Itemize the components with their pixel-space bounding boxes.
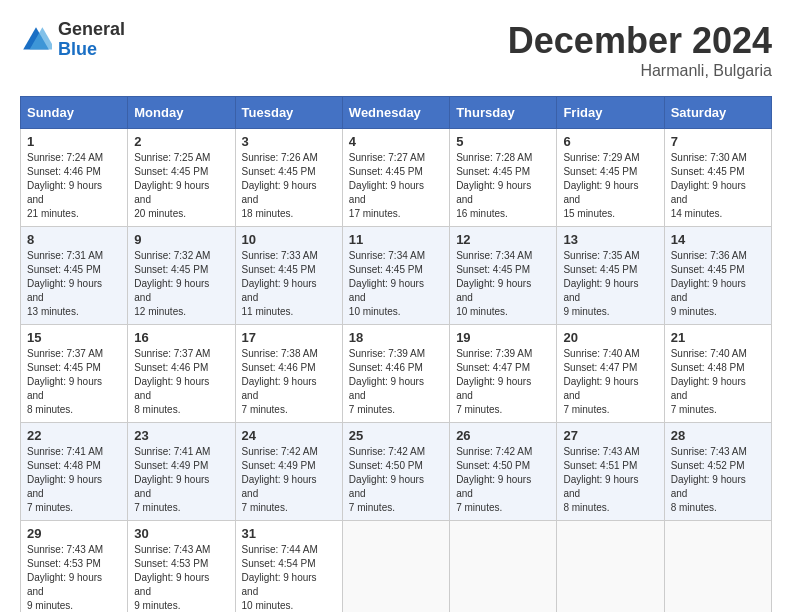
- day-info: Sunrise: 7:27 AMSunset: 4:45 PMDaylight:…: [349, 151, 443, 221]
- day-info: Sunrise: 7:35 AMSunset: 4:45 PMDaylight:…: [563, 249, 657, 319]
- day-number: 19: [456, 330, 550, 345]
- day-info: Sunrise: 7:43 AMSunset: 4:52 PMDaylight:…: [671, 445, 765, 515]
- day-info: Sunrise: 7:43 AMSunset: 4:53 PMDaylight:…: [134, 543, 228, 612]
- day-info: Sunrise: 7:24 AMSunset: 4:46 PMDaylight:…: [27, 151, 121, 221]
- calendar-cell: 16Sunrise: 7:37 AMSunset: 4:46 PMDayligh…: [128, 325, 235, 423]
- calendar-cell: 11Sunrise: 7:34 AMSunset: 4:45 PMDayligh…: [342, 227, 449, 325]
- weekday-header: Wednesday: [342, 97, 449, 129]
- day-info: Sunrise: 7:43 AMSunset: 4:51 PMDaylight:…: [563, 445, 657, 515]
- day-number: 14: [671, 232, 765, 247]
- day-number: 2: [134, 134, 228, 149]
- calendar-cell: 24Sunrise: 7:42 AMSunset: 4:49 PMDayligh…: [235, 423, 342, 521]
- day-number: 10: [242, 232, 336, 247]
- calendar-cell: 23Sunrise: 7:41 AMSunset: 4:49 PMDayligh…: [128, 423, 235, 521]
- logo-general: General: [58, 20, 125, 40]
- day-info: Sunrise: 7:31 AMSunset: 4:45 PMDaylight:…: [27, 249, 121, 319]
- day-info: Sunrise: 7:39 AMSunset: 4:47 PMDaylight:…: [456, 347, 550, 417]
- day-info: Sunrise: 7:42 AMSunset: 4:50 PMDaylight:…: [456, 445, 550, 515]
- day-number: 1: [27, 134, 121, 149]
- day-info: Sunrise: 7:33 AMSunset: 4:45 PMDaylight:…: [242, 249, 336, 319]
- day-number: 24: [242, 428, 336, 443]
- calendar-cell: 14Sunrise: 7:36 AMSunset: 4:45 PMDayligh…: [664, 227, 771, 325]
- logo: General Blue: [20, 20, 125, 60]
- calendar-cell: 30Sunrise: 7:43 AMSunset: 4:53 PMDayligh…: [128, 521, 235, 613]
- calendar-week-row: 15Sunrise: 7:37 AMSunset: 4:45 PMDayligh…: [21, 325, 772, 423]
- logo-icon: [20, 24, 52, 56]
- calendar-cell: 12Sunrise: 7:34 AMSunset: 4:45 PMDayligh…: [450, 227, 557, 325]
- calendar-header-row: SundayMondayTuesdayWednesdayThursdayFrid…: [21, 97, 772, 129]
- day-info: Sunrise: 7:26 AMSunset: 4:45 PMDaylight:…: [242, 151, 336, 221]
- day-info: Sunrise: 7:38 AMSunset: 4:46 PMDaylight:…: [242, 347, 336, 417]
- day-info: Sunrise: 7:37 AMSunset: 4:46 PMDaylight:…: [134, 347, 228, 417]
- day-info: Sunrise: 7:39 AMSunset: 4:46 PMDaylight:…: [349, 347, 443, 417]
- day-number: 29: [27, 526, 121, 541]
- day-info: Sunrise: 7:42 AMSunset: 4:50 PMDaylight:…: [349, 445, 443, 515]
- day-info: Sunrise: 7:34 AMSunset: 4:45 PMDaylight:…: [349, 249, 443, 319]
- logo-blue: Blue: [58, 40, 125, 60]
- day-number: 22: [27, 428, 121, 443]
- calendar-cell: 3Sunrise: 7:26 AMSunset: 4:45 PMDaylight…: [235, 129, 342, 227]
- calendar-cell: 25Sunrise: 7:42 AMSunset: 4:50 PMDayligh…: [342, 423, 449, 521]
- day-number: 8: [27, 232, 121, 247]
- day-info: Sunrise: 7:42 AMSunset: 4:49 PMDaylight:…: [242, 445, 336, 515]
- day-number: 9: [134, 232, 228, 247]
- day-number: 31: [242, 526, 336, 541]
- day-info: Sunrise: 7:28 AMSunset: 4:45 PMDaylight:…: [456, 151, 550, 221]
- weekday-header: Friday: [557, 97, 664, 129]
- day-number: 16: [134, 330, 228, 345]
- day-number: 20: [563, 330, 657, 345]
- calendar-cell: 1Sunrise: 7:24 AMSunset: 4:46 PMDaylight…: [21, 129, 128, 227]
- calendar-cell: 19Sunrise: 7:39 AMSunset: 4:47 PMDayligh…: [450, 325, 557, 423]
- day-number: 30: [134, 526, 228, 541]
- day-number: 6: [563, 134, 657, 149]
- calendar-cell: 22Sunrise: 7:41 AMSunset: 4:48 PMDayligh…: [21, 423, 128, 521]
- calendar-cell: [664, 521, 771, 613]
- day-info: Sunrise: 7:41 AMSunset: 4:49 PMDaylight:…: [134, 445, 228, 515]
- calendar-week-row: 29Sunrise: 7:43 AMSunset: 4:53 PMDayligh…: [21, 521, 772, 613]
- weekday-header: Sunday: [21, 97, 128, 129]
- calendar-cell: 5Sunrise: 7:28 AMSunset: 4:45 PMDaylight…: [450, 129, 557, 227]
- calendar-cell: [342, 521, 449, 613]
- day-number: 17: [242, 330, 336, 345]
- month-title: December 2024: [508, 20, 772, 62]
- calendar-cell: 8Sunrise: 7:31 AMSunset: 4:45 PMDaylight…: [21, 227, 128, 325]
- day-number: 25: [349, 428, 443, 443]
- calendar-week-row: 22Sunrise: 7:41 AMSunset: 4:48 PMDayligh…: [21, 423, 772, 521]
- title-area: December 2024 Harmanli, Bulgaria: [508, 20, 772, 80]
- day-info: Sunrise: 7:29 AMSunset: 4:45 PMDaylight:…: [563, 151, 657, 221]
- day-number: 5: [456, 134, 550, 149]
- calendar-cell: 27Sunrise: 7:43 AMSunset: 4:51 PMDayligh…: [557, 423, 664, 521]
- weekday-header: Tuesday: [235, 97, 342, 129]
- day-info: Sunrise: 7:36 AMSunset: 4:45 PMDaylight:…: [671, 249, 765, 319]
- day-info: Sunrise: 7:34 AMSunset: 4:45 PMDaylight:…: [456, 249, 550, 319]
- day-info: Sunrise: 7:37 AMSunset: 4:45 PMDaylight:…: [27, 347, 121, 417]
- day-info: Sunrise: 7:40 AMSunset: 4:48 PMDaylight:…: [671, 347, 765, 417]
- day-info: Sunrise: 7:30 AMSunset: 4:45 PMDaylight:…: [671, 151, 765, 221]
- day-number: 28: [671, 428, 765, 443]
- day-number: 21: [671, 330, 765, 345]
- day-info: Sunrise: 7:41 AMSunset: 4:48 PMDaylight:…: [27, 445, 121, 515]
- location-title: Harmanli, Bulgaria: [508, 62, 772, 80]
- calendar-cell: [557, 521, 664, 613]
- day-number: 18: [349, 330, 443, 345]
- calendar-cell: 2Sunrise: 7:25 AMSunset: 4:45 PMDaylight…: [128, 129, 235, 227]
- day-number: 27: [563, 428, 657, 443]
- day-info: Sunrise: 7:32 AMSunset: 4:45 PMDaylight:…: [134, 249, 228, 319]
- calendar-cell: 17Sunrise: 7:38 AMSunset: 4:46 PMDayligh…: [235, 325, 342, 423]
- day-number: 13: [563, 232, 657, 247]
- calendar-week-row: 8Sunrise: 7:31 AMSunset: 4:45 PMDaylight…: [21, 227, 772, 325]
- day-number: 26: [456, 428, 550, 443]
- calendar-cell: 26Sunrise: 7:42 AMSunset: 4:50 PMDayligh…: [450, 423, 557, 521]
- calendar-cell: 9Sunrise: 7:32 AMSunset: 4:45 PMDaylight…: [128, 227, 235, 325]
- day-number: 11: [349, 232, 443, 247]
- day-info: Sunrise: 7:43 AMSunset: 4:53 PMDaylight:…: [27, 543, 121, 612]
- calendar-cell: 10Sunrise: 7:33 AMSunset: 4:45 PMDayligh…: [235, 227, 342, 325]
- day-number: 3: [242, 134, 336, 149]
- day-number: 23: [134, 428, 228, 443]
- day-number: 12: [456, 232, 550, 247]
- calendar-table: SundayMondayTuesdayWednesdayThursdayFrid…: [20, 96, 772, 612]
- calendar-cell: 4Sunrise: 7:27 AMSunset: 4:45 PMDaylight…: [342, 129, 449, 227]
- calendar-cell: [450, 521, 557, 613]
- day-number: 7: [671, 134, 765, 149]
- calendar-cell: 7Sunrise: 7:30 AMSunset: 4:45 PMDaylight…: [664, 129, 771, 227]
